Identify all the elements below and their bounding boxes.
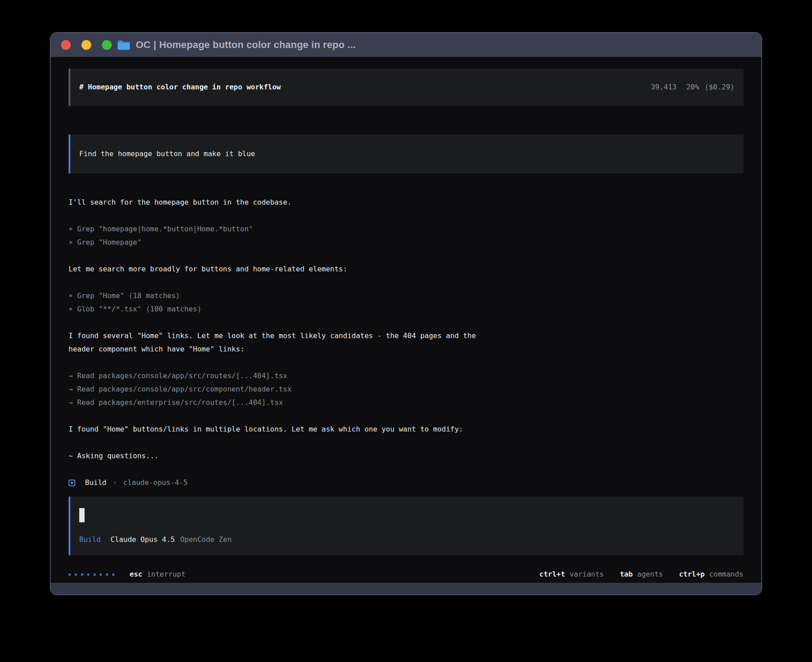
prompt-input[interactable]: Build Claude Opus 4.5 OpenCode Zen <box>69 496 743 555</box>
assistant-text-line: I found "Home" buttons/links in multiple… <box>69 423 743 436</box>
user-message: Find the homepage button and make it blu… <box>69 134 743 174</box>
tool-call-block: ∗ Grep "homepage|home.*button|Home.*butt… <box>69 222 743 249</box>
text-cursor <box>79 508 85 522</box>
assistant-text-block: ~ Asking questions... <box>69 449 743 463</box>
assistant-text-block: I found several "Home" links. Let me loo… <box>69 329 743 356</box>
agent-model: claude-opus-4-5 <box>123 476 188 489</box>
traffic-lights <box>61 40 112 50</box>
agent-name: Build <box>85 476 106 489</box>
shortcut-label: commands <box>709 570 743 578</box>
shortcut-key: tab <box>620 570 633 578</box>
assistant-text-line: Let me search more broadly for buttons a… <box>69 262 743 276</box>
terminal-content: # Homepage button color change in repo w… <box>51 57 761 583</box>
zoom-button[interactable] <box>102 40 112 50</box>
status-right-hints: ctrl+tvariantstabagentsctrl+pcommands <box>540 568 743 581</box>
status-bar-left: escinterrupt <box>69 568 186 581</box>
spinner-dot <box>93 573 96 576</box>
assistant-text-line: I found several "Home" links. Let me loo… <box>69 329 743 343</box>
session-header: # Homepage button color change in repo w… <box>69 69 743 106</box>
minimize-button[interactable] <box>81 40 91 50</box>
spinner-dot <box>81 573 83 576</box>
tool-call-line: → Read packages/console/app/src/routes/[… <box>69 369 743 383</box>
close-button[interactable] <box>61 40 71 50</box>
session-cost: ($0.29) <box>705 81 735 94</box>
shortcut-key: esc <box>130 570 142 578</box>
shortcut-hint: ctrl+pcommands <box>679 568 743 581</box>
shortcut-hint: tabagents <box>620 568 663 581</box>
assistant-text-line: ~ Asking questions... <box>69 449 743 463</box>
session-title: # Homepage button color change in repo w… <box>79 81 281 94</box>
shortcut-hint: ctrl+tvariants <box>540 568 604 581</box>
assistant-text-line: I'll search for the homepage button in t… <box>69 196 743 209</box>
build-agent-icon <box>69 480 75 486</box>
status-left-hints: escinterrupt <box>130 568 186 581</box>
shortcut-label: variants <box>569 570 604 578</box>
spinner-dots <box>69 573 114 576</box>
agent-mode-label[interactable]: Build <box>79 533 101 546</box>
shortcut-label: interrupt <box>147 570 186 578</box>
spinner-dot <box>87 573 89 576</box>
assistant-text-line: header component which have "Home" links… <box>69 343 743 356</box>
window-title: OC | Homepage button color change in rep… <box>136 39 356 51</box>
status-bar: escinterrupt ctrl+tvariantstabagentsctrl… <box>69 568 743 581</box>
tool-call-line: ∗ Grep "Home" (18 matches) <box>69 289 743 303</box>
conversation-log: I'll search for the homepage button in t… <box>69 196 743 463</box>
spinner-dot <box>106 573 108 576</box>
tool-call-block: ∗ Grep "Home" (18 matches)∗ Glob "**/*.t… <box>69 289 743 316</box>
spinner-dot <box>69 573 71 576</box>
tool-call-line: ∗ Grep "homepage|home.*button|Home.*butt… <box>69 222 743 236</box>
assistant-text-block: Let me search more broadly for buttons a… <box>69 262 743 276</box>
window-titlebar[interactable]: OC | Homepage button color change in rep… <box>51 33 761 57</box>
assistant-text-block: I found "Home" buttons/links in multiple… <box>69 423 743 436</box>
tool-call-line: → Read packages/enterprise/src/routes/[.… <box>69 396 743 409</box>
window-footer <box>51 583 761 594</box>
model-label: Claude Opus 4.5 <box>110 533 175 546</box>
shortcut-label: agents <box>637 570 663 578</box>
session-stats: 39,413 20% ($0.29) <box>651 81 735 94</box>
spinner-dot <box>75 573 77 576</box>
provider-label: OpenCode Zen <box>180 533 232 546</box>
shortcut-hint: escinterrupt <box>130 568 186 581</box>
agent-status-row: Build · claude-opus-4-5 <box>69 476 743 489</box>
folder-icon <box>117 40 130 50</box>
tool-call-line: ∗ Glob "**/*.tsx" (100 matches) <box>69 303 743 316</box>
terminal-window: OC | Homepage button color change in rep… <box>50 32 762 595</box>
token-count: 39,413 <box>651 81 677 94</box>
spinner-dot <box>100 573 102 576</box>
spinner-dot <box>112 573 114 576</box>
shortcut-key: ctrl+t <box>540 570 565 578</box>
user-message-text: Find the homepage button and make it blu… <box>79 147 255 161</box>
tool-call-block: → Read packages/console/app/src/routes/[… <box>69 369 743 409</box>
assistant-text-block: I'll search for the homepage button in t… <box>69 196 743 209</box>
tool-call-line: ∗ Grep "Homepage" <box>69 236 743 249</box>
context-percent: 20% <box>686 81 699 94</box>
input-meta-row: Build Claude Opus 4.5 OpenCode Zen <box>79 533 735 546</box>
shortcut-key: ctrl+p <box>679 570 705 578</box>
tool-call-line: → Read packages/console/app/src/componen… <box>69 383 743 396</box>
agent-separator: · <box>113 476 117 489</box>
